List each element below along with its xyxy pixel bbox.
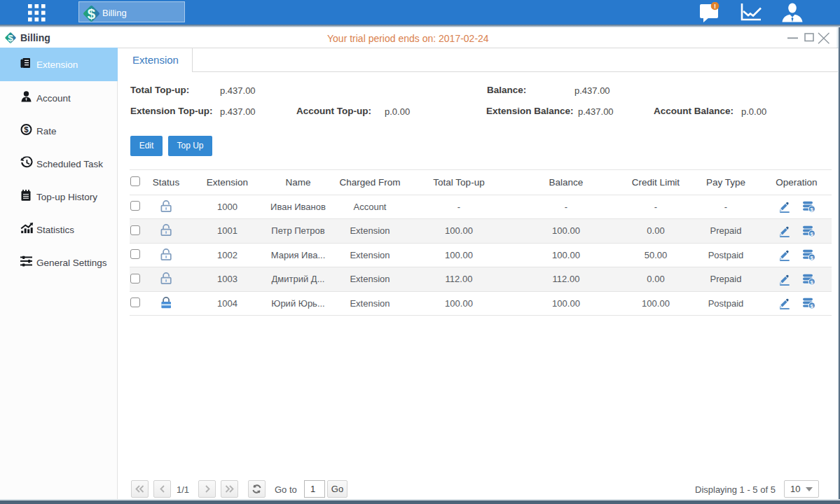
svg-text:$: $ xyxy=(811,206,814,213)
svg-text:$: $ xyxy=(811,279,814,285)
svg-text:$: $ xyxy=(811,255,814,261)
svg-text:$: $ xyxy=(811,230,814,237)
svg-text:$: $ xyxy=(8,33,13,43)
svg-text:$: $ xyxy=(24,125,29,134)
svg-text:!: ! xyxy=(714,3,716,10)
svg-text:$: $ xyxy=(811,303,814,309)
svg-text:$: $ xyxy=(88,6,96,22)
